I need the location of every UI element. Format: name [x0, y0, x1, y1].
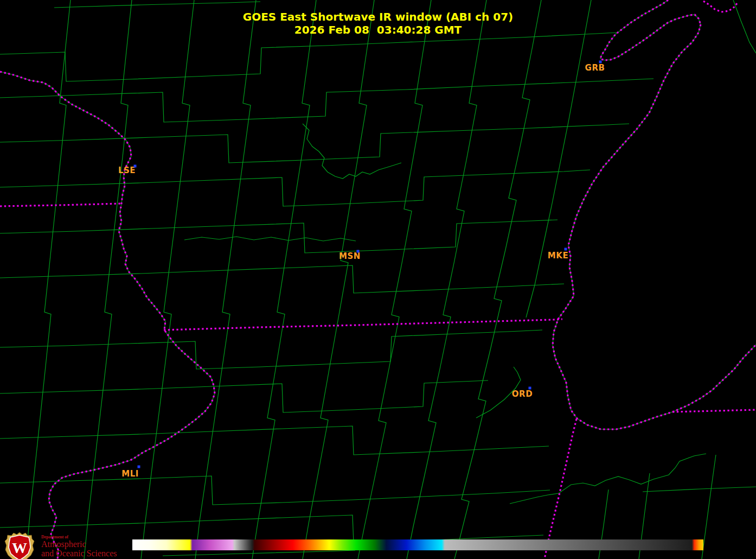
county-border-line	[0, 124, 629, 163]
county-border-line	[54, 2, 260, 8]
county-border-line	[0, 476, 550, 505]
temperature-colorbar	[132, 539, 703, 550]
station-dot-ORD	[529, 387, 531, 390]
county-border-line	[141, 0, 194, 559]
station-dot-MKE	[565, 248, 567, 251]
county-border-line	[0, 220, 558, 253]
state-border-line	[0, 204, 121, 206]
uw-crest-icon: W	[4, 531, 35, 559]
county-border-line	[303, 0, 374, 559]
county-border-line	[553, 24, 756, 429]
county-border-line	[0, 426, 549, 455]
county-border-line	[303, 124, 401, 179]
county-border-line	[163, 550, 355, 556]
station-label-ORD: ORD	[512, 389, 533, 399]
county-border-line	[252, 0, 316, 559]
state-border-line	[164, 319, 562, 330]
county-border-line	[0, 170, 590, 206]
county-border-line	[26, 0, 71, 559]
county-border-line	[643, 487, 756, 492]
station-label-MLI: MLI	[121, 469, 139, 479]
county-border-line	[195, 0, 256, 559]
county-border-line	[0, 72, 215, 559]
map-canvas	[0, 0, 756, 559]
county-border-line	[358, 0, 431, 559]
county-border-line	[0, 380, 488, 412]
state-border-line	[0, 72, 215, 559]
station-dot-MLI	[138, 466, 140, 468]
county-border-line	[184, 237, 356, 241]
station-label-LSE: LSE	[118, 166, 136, 175]
station-dot-MSN	[357, 250, 360, 253]
logo-name-line2: and Oceanic Sciences	[41, 549, 117, 558]
county-border-line	[526, 0, 591, 317]
title-line2: 2026 Feb 08 03:40:28 GMT	[294, 23, 462, 36]
state-border-line	[672, 410, 756, 412]
station-label-MKE: MKE	[548, 251, 568, 261]
station-label-GRB: GRB	[585, 63, 605, 73]
satellite-image-frame: GOES East Shortwave IR window (ABI ch 07…	[0, 0, 756, 559]
station-dot-LSE	[134, 165, 137, 168]
state-border-line	[544, 419, 576, 559]
uw-aos-logo: W Department of Atmospheric and Oceanic …	[4, 531, 117, 559]
logo-dept-line: Department of	[41, 535, 117, 539]
county-border-line	[0, 330, 542, 369]
station-label-MSN: MSN	[339, 251, 361, 261]
county-border-line	[0, 79, 654, 122]
logo-text: Department of Atmospheric and Oceanic Sc…	[41, 531, 117, 558]
crest-letter: W	[12, 539, 27, 556]
station-dot-GRB	[599, 61, 602, 63]
title-line1: GOES East Shortwave IR window (ABI ch 07…	[243, 10, 514, 23]
logo-name-line1: Atmospheric	[41, 539, 117, 549]
image-title: GOES East Shortwave IR window (ABI ch 07…	[0, 10, 756, 36]
county-border-line	[407, 0, 486, 559]
county-border-line	[510, 454, 706, 504]
state-border-line	[553, 24, 756, 429]
county-border-line	[702, 455, 716, 559]
